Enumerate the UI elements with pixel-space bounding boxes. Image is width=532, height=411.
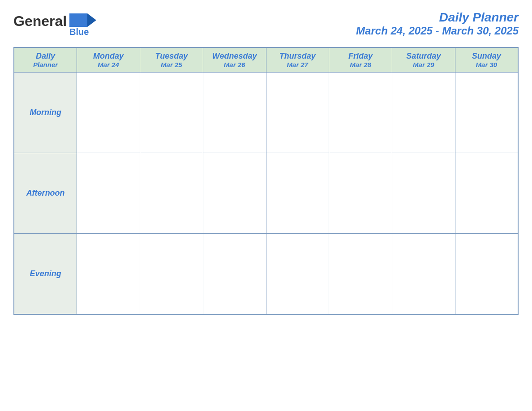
evening-friday[interactable] [329,234,392,314]
column-header-monday: Monday Mar 24 [77,47,140,73]
column-header-wednesday: Wednesday Mar 26 [203,47,266,73]
header-row: Daily Planner Monday Mar 24 Tuesday Mar … [14,47,518,73]
friday-name: Friday [331,51,390,61]
wednesday-name: Wednesday [205,51,264,61]
afternoon-row: Afternoon [14,153,518,234]
thursday-date: Mar 27 [268,61,327,68]
logo-svg: General Blue [13,9,96,38]
evening-label: Evening [14,234,77,314]
svg-text:General: General [13,13,67,29]
morning-tuesday[interactable] [140,73,203,153]
afternoon-saturday[interactable] [392,153,455,234]
tuesday-name: Tuesday [142,51,201,61]
afternoon-wednesday[interactable] [203,153,266,234]
wednesday-date: Mar 26 [205,61,264,68]
svg-text:Blue: Blue [69,27,89,37]
evening-saturday[interactable] [392,234,455,314]
header: General Blue Daily Planner March 24, 202… [13,9,519,38]
saturday-name: Saturday [394,51,453,61]
sunday-date: Mar 30 [457,61,516,68]
logo: General Blue [13,9,96,38]
afternoon-thursday[interactable] [266,153,329,234]
date-range: March 24, 2025 - March 30, 2025 [356,25,519,37]
column-header-friday: Friday Mar 28 [329,47,392,73]
evening-monday[interactable] [77,234,140,314]
label-header-line1: Daily [16,51,75,61]
evening-row: Evening [14,234,518,314]
page: General Blue Daily Planner March 24, 202… [0,0,532,411]
thursday-name: Thursday [268,51,327,61]
friday-date: Mar 28 [331,61,390,68]
afternoon-friday[interactable] [329,153,392,234]
morning-thursday[interactable] [266,73,329,153]
svg-marker-2 [87,13,96,27]
column-header-sunday: Sunday Mar 30 [455,47,518,73]
afternoon-label: Afternoon [14,153,77,234]
planner-table: Daily Planner Monday Mar 24 Tuesday Mar … [13,47,519,315]
evening-wednesday[interactable] [203,234,266,314]
sunday-name: Sunday [457,51,516,61]
title-section: Daily Planner March 24, 2025 - March 30,… [356,10,519,37]
evening-tuesday[interactable] [140,234,203,314]
column-header-saturday: Saturday Mar 29 [392,47,455,73]
monday-date: Mar 24 [79,61,138,68]
planner-title: Daily Planner [356,10,519,25]
svg-marker-1 [69,13,87,27]
morning-row: Morning [14,73,518,153]
morning-sunday[interactable] [455,73,518,153]
monday-name: Monday [79,51,138,61]
morning-label: Morning [14,73,77,153]
morning-friday[interactable] [329,73,392,153]
morning-wednesday[interactable] [203,73,266,153]
saturday-date: Mar 29 [394,61,453,68]
tuesday-date: Mar 25 [142,61,201,68]
morning-saturday[interactable] [392,73,455,153]
evening-sunday[interactable] [455,234,518,314]
column-header-thursday: Thursday Mar 27 [266,47,329,73]
afternoon-monday[interactable] [77,153,140,234]
evening-thursday[interactable] [266,234,329,314]
label-header-line2: Planner [16,61,75,68]
afternoon-sunday[interactable] [455,153,518,234]
column-header-label: Daily Planner [14,47,77,73]
afternoon-tuesday[interactable] [140,153,203,234]
column-header-tuesday: Tuesday Mar 25 [140,47,203,73]
morning-monday[interactable] [77,73,140,153]
